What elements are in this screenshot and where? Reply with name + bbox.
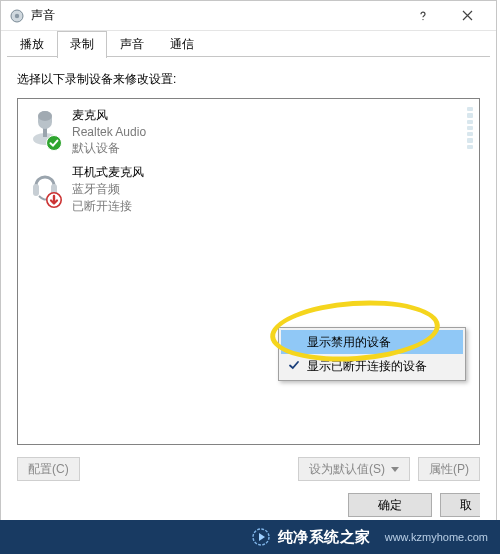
window-title: 声音 [31,7,400,24]
watermark-url: www.kzmyhome.com [385,531,488,543]
device-action-row: 配置(C) 设为默认值(S) 属性(P) [17,457,480,481]
chevron-down-icon [391,467,399,472]
level-meter [467,107,473,149]
svg-rect-6 [38,111,52,121]
tab-content: 选择以下录制设备来修改设置: [1,57,496,529]
set-default-label: 设为默认值(S) [309,461,385,478]
menu-item-label: 显示已断开连接的设备 [307,358,427,375]
tab-sounds[interactable]: 声音 [107,31,157,57]
checkmark-icon [287,358,301,372]
menu-show-disabled[interactable]: 显示禁用的设备 [281,330,463,354]
sound-app-icon [9,8,25,24]
properties-button[interactable]: 属性(P) [418,457,480,481]
titlebar: 声音 [1,1,496,31]
set-default-button[interactable]: 设为默认值(S) [298,457,410,481]
cancel-button[interactable]: 取 [440,493,480,517]
microphone-icon [28,107,62,151]
prompt-text: 选择以下录制设备来修改设置: [17,71,480,88]
tabstrip: 播放 录制 声音 通信 [1,31,496,57]
headset-icon [28,164,62,208]
device-status: 默认设备 [72,140,146,156]
close-button[interactable] [445,2,490,30]
device-name: 麦克风 [72,107,146,124]
tab-communications[interactable]: 通信 [157,31,207,57]
check-badge-icon [46,135,62,151]
tab-playback[interactable]: 播放 [7,31,57,57]
tab-recording[interactable]: 录制 [57,31,107,58]
context-menu: 显示禁用的设备 显示已断开连接的设备 [278,327,466,381]
watermark-brand: 纯净系统之家 [278,528,371,547]
svg-marker-13 [259,533,265,541]
device-driver: Realtek Audio [72,124,146,140]
ok-button[interactable]: 确定 [348,493,432,517]
device-text: 耳机式麦克风 蓝牙音频 已断开连接 [72,164,144,213]
sound-dialog: 声音 播放 录制 声音 通信 选择以下录制设备来修改设置: [0,0,497,530]
watermark-bar: 纯净系统之家 www.kzmyhome.com [0,520,500,554]
device-driver: 蓝牙音频 [72,181,144,197]
device-row[interactable]: 耳机式麦克风 蓝牙音频 已断开连接 [22,160,475,217]
disconnect-badge-icon [46,192,62,208]
brand-logo-icon [252,528,270,546]
configure-button[interactable]: 配置(C) [17,457,80,481]
device-name: 耳机式麦克风 [72,164,144,181]
device-text: 麦克风 Realtek Audio 默认设备 [72,107,146,156]
svg-point-1 [15,13,19,17]
device-status: 已断开连接 [72,198,144,214]
svg-point-2 [422,18,423,19]
dialog-button-row: 确定 取 [17,493,480,517]
svg-rect-8 [33,184,39,196]
device-row[interactable]: 麦克风 Realtek Audio 默认设备 [22,103,475,160]
help-button[interactable] [400,2,445,30]
menu-show-disconnected[interactable]: 显示已断开连接的设备 [281,354,463,378]
menu-item-label: 显示禁用的设备 [307,334,391,351]
device-list[interactable]: 麦克风 Realtek Audio 默认设备 [17,98,480,445]
